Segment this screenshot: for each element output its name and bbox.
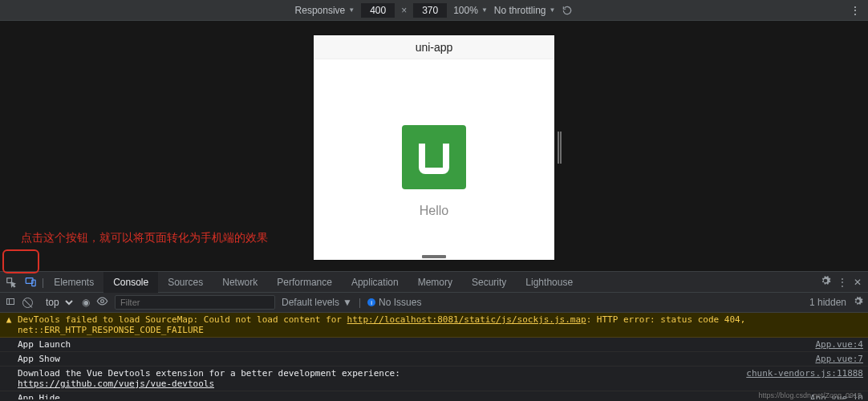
live-expression-icon[interactable] xyxy=(96,295,108,310)
zoom-dropdown[interactable]: 100% ▼ xyxy=(453,5,488,16)
log-link[interactable]: https://github.com/vuejs/vue-devtools xyxy=(18,379,214,389)
log-message: App Show xyxy=(18,354,807,364)
log-message: DevTools failed to load SourceMap: Could… xyxy=(18,314,863,335)
tab-memory[interactable]: Memory xyxy=(408,272,462,293)
more-icon[interactable]: ⋮ xyxy=(838,277,847,288)
frame-resize-handle-right[interactable] xyxy=(558,132,562,164)
uni-app-logo xyxy=(402,125,466,189)
sidebar-toggle-icon[interactable] xyxy=(5,297,16,309)
close-icon[interactable]: ✕ xyxy=(854,277,862,288)
viewport-area: 点击这个按钮，就可以将页面转化为手机端的效果 uni-app Hello xyxy=(0,21,868,271)
dropdown-icon: ▼ xyxy=(550,6,556,14)
issues-badge-icon: i xyxy=(367,298,375,306)
context-dropdown[interactable]: top xyxy=(39,294,75,310)
device-menu-icon[interactable]: ⋮ xyxy=(850,4,862,17)
page-title: uni-app xyxy=(314,35,554,59)
clear-console-icon[interactable] xyxy=(22,298,33,308)
tab-network[interactable]: Network xyxy=(213,272,267,293)
dropdown-icon: ▼ xyxy=(348,6,355,14)
context-info-icon[interactable]: ◉ xyxy=(82,297,90,308)
device-toolbar: Responsive ▼ × 100% ▼ No throttling ▼ ⋮ xyxy=(0,0,868,21)
hidden-count[interactable]: 1 hidden xyxy=(809,297,846,308)
page-body: Hello xyxy=(314,59,554,218)
tab-console[interactable]: Console xyxy=(103,272,158,293)
log-row[interactable]: Download the Vue Devtools extension for … xyxy=(0,367,868,391)
watermark-url: https://blog.csdn.net/Zong_0915 xyxy=(758,391,862,399)
console-settings-icon[interactable] xyxy=(853,296,863,309)
log-message: App Hide xyxy=(18,393,802,399)
log-message: Download the Vue Devtools extension for … xyxy=(18,368,738,389)
log-row[interactable]: App LaunchApp.vue:4 xyxy=(0,338,868,352)
tab-elements[interactable]: Elements xyxy=(44,272,103,293)
zoom-label: 100% xyxy=(453,5,478,16)
log-row[interactable]: App HideApp.vue:10 xyxy=(0,391,868,399)
devtools-tab-bar: | ElementsConsoleSourcesNetworkPerforman… xyxy=(0,271,868,293)
device-toggle-icon[interactable] xyxy=(22,274,39,290)
height-input[interactable] xyxy=(413,3,447,18)
tab-performance[interactable]: Performance xyxy=(267,272,342,293)
log-source-link[interactable]: App.vue:4 xyxy=(807,339,863,350)
log-message: App Launch xyxy=(18,339,807,350)
settings-icon[interactable] xyxy=(820,275,831,289)
svg-rect-3 xyxy=(7,298,14,304)
hello-text: Hello xyxy=(420,204,448,218)
annotation-text: 点击这个按钮，就可以将页面转化为手机端的效果 xyxy=(21,231,268,245)
tab-security[interactable]: Security xyxy=(462,272,516,293)
throttling-dropdown[interactable]: No throttling ▼ xyxy=(494,5,556,16)
issues-button[interactable]: i No Issues xyxy=(367,297,421,308)
log-link[interactable]: http://localhost:8081/static/js/sockjs.j… xyxy=(347,314,586,325)
throttling-label: No throttling xyxy=(494,5,546,16)
log-row[interactable]: ▲DevTools failed to load SourceMap: Coul… xyxy=(0,313,868,338)
dimension-separator: × xyxy=(401,5,407,16)
responsive-label: Responsive xyxy=(295,5,346,16)
inspect-icon[interactable] xyxy=(3,274,19,290)
frame-resize-handle-bottom[interactable] xyxy=(422,255,446,258)
log-levels-dropdown[interactable]: Default levels ▼ xyxy=(282,297,352,308)
console-toolbar: top ◉ Default levels ▼ | i No Issues 1 h… xyxy=(0,293,868,313)
svg-point-5 xyxy=(101,300,104,303)
tab-sources[interactable]: Sources xyxy=(158,272,213,293)
warning-icon: ▲ xyxy=(3,314,14,325)
responsive-dropdown[interactable]: Responsive ▼ xyxy=(295,5,355,16)
log-source-link[interactable]: App.vue:7 xyxy=(807,354,863,364)
rotate-icon[interactable] xyxy=(562,5,573,16)
dropdown-icon: ▼ xyxy=(481,6,488,14)
log-row[interactable]: App ShowApp.vue:7 xyxy=(0,352,868,367)
dropdown-icon: ▼ xyxy=(343,297,352,308)
console-log-area[interactable]: ▲DevTools failed to load SourceMap: Coul… xyxy=(0,313,868,399)
filter-input[interactable] xyxy=(115,295,275,310)
tab-lighthouse[interactable]: Lighthouse xyxy=(516,272,582,293)
width-input[interactable] xyxy=(361,3,395,18)
log-source-link[interactable]: chunk-vendors.js:11888 xyxy=(738,368,863,379)
tab-application[interactable]: Application xyxy=(342,272,408,293)
emulated-page: uni-app Hello xyxy=(314,35,554,260)
